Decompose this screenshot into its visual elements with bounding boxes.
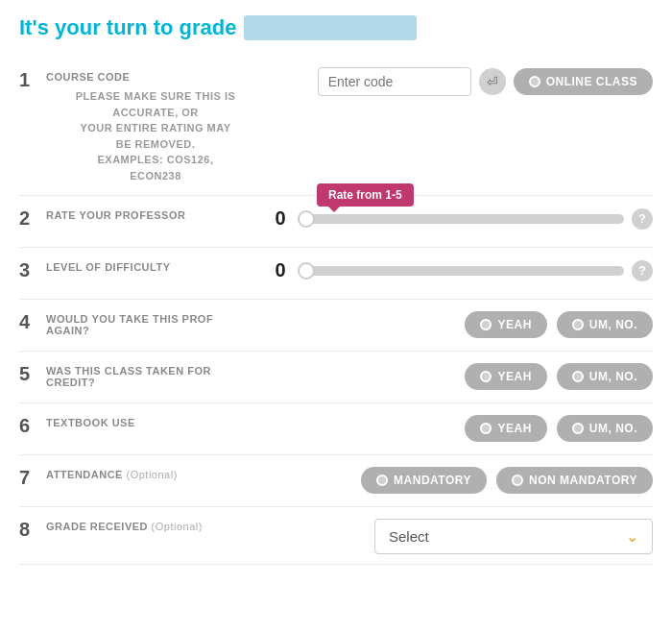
rate-slider-track[interactable]: Rate from 1-5 [298, 214, 624, 224]
section-num-6: 6 [19, 413, 46, 437]
mandatory-radio [376, 475, 388, 486]
section-label-5: WAS THIS CLASS TAKEN FOR CREDIT? [46, 361, 238, 388]
section-label-2: RATE YOUR PROFESSOR [46, 206, 238, 221]
difficulty-slider-area: 0 ? [238, 257, 653, 281]
attendance-optional: (Optional) [127, 469, 178, 480]
section-credit: 5 WAS THIS CLASS TAKEN FOR CREDIT? YEAH … [19, 352, 653, 403]
rate-professor-slider-area: 0 Rate from 1-5 ? [238, 206, 653, 230]
textbook-yeah-radio [480, 423, 492, 434]
grade-select-value: Select [389, 528, 429, 545]
section-num-7: 7 [19, 465, 46, 489]
select-chevron-down-icon: ⌄ [626, 527, 638, 546]
non-mandatory-radio [512, 475, 523, 486]
section-course-code: 1 COURSE CODE Please make sure this is a… [19, 58, 653, 196]
take-again-no-radio [572, 319, 584, 330]
credit-no-button[interactable]: UM, NO. [557, 363, 653, 390]
professor-name-blurred [244, 15, 417, 40]
difficulty-value: 0 [271, 259, 290, 281]
page-title: It's your turn to grade [19, 15, 653, 40]
section-num-2: 2 [19, 206, 46, 230]
difficulty-slider-thumb[interactable] [298, 262, 315, 280]
disclaimer-text: Please make sure this is accurate, or yo… [46, 83, 238, 185]
section-label-8: GRADE RECEIVED (Optional) [46, 517, 238, 532]
grade-select-area: Select ⌄ [238, 517, 653, 554]
section-take-again: 4 WOULD YOU TAKE THIS PROF AGAIN? YEAH U… [19, 300, 653, 352]
rate-value: 0 [271, 207, 290, 230]
section-grade: 8 GRADE RECEIVED (Optional) Select ⌄ [19, 507, 653, 565]
section-num-3: 3 [19, 257, 46, 281]
online-class-radio [529, 76, 540, 87]
enter-icon[interactable]: ⏎ [479, 68, 506, 95]
grade-optional: (Optional) [152, 521, 203, 532]
section-num-8: 8 [19, 517, 46, 541]
non-mandatory-button[interactable]: NON MANDATORY [496, 467, 653, 494]
take-again-choices: YEAH UM, NO. [238, 309, 653, 338]
online-class-button[interactable]: ONLINE CLASS [514, 68, 653, 95]
section-attendance: 7 ATTENDANCE (Optional) MANDATORY NON MA… [19, 455, 653, 507]
course-code-controls: ⏎ ONLINE CLASS [238, 67, 653, 96]
section-label-4: WOULD YOU TAKE THIS PROF AGAIN? [46, 309, 238, 336]
section-rate-professor: 2 RATE YOUR PROFESSOR 0 Rate from 1-5 ? [19, 196, 653, 248]
rate-help-icon[interactable]: ? [632, 208, 653, 230]
credit-choices: YEAH UM, NO. [238, 361, 653, 390]
rate-slider-wrapper: 0 Rate from 1-5 ? [238, 207, 653, 230]
grade-select-dropdown[interactable]: Select ⌄ [374, 519, 653, 554]
section-num-1: 1 [19, 67, 46, 91]
take-again-yeah-radio [480, 319, 492, 330]
credit-yeah-button[interactable]: YEAH [465, 363, 546, 390]
section-textbook: 6 TEXTBOOK USE YEAH UM, NO. [19, 403, 653, 455]
title-text: It's your turn to grade [19, 15, 236, 40]
take-again-yeah-button[interactable]: YEAH [465, 311, 546, 338]
rate-slider-thumb[interactable] [298, 210, 315, 228]
section-label-1: COURSE CODE [46, 71, 130, 83]
take-again-no-button[interactable]: UM, NO. [557, 311, 653, 338]
attendance-choices: MANDATORY NON MANDATORY [238, 465, 653, 494]
section-difficulty: 3 LEVEL OF DIFFICULTY 0 ? [19, 248, 653, 300]
difficulty-slider-wrapper: 0 ? [238, 259, 653, 281]
textbook-yeah-button[interactable]: YEAH [465, 415, 546, 442]
section-label-6: TEXTBOOK USE [46, 413, 238, 428]
difficulty-help-icon[interactable]: ? [632, 260, 653, 281]
difficulty-slider-track[interactable] [298, 266, 624, 276]
course-code-input[interactable] [318, 67, 471, 96]
mandatory-button[interactable]: MANDATORY [361, 467, 487, 494]
section-num-4: 4 [19, 309, 46, 333]
credit-yeah-radio [480, 371, 492, 382]
section-label-7: ATTENDANCE (Optional) [46, 465, 238, 480]
credit-no-radio [572, 371, 584, 382]
textbook-choices: YEAH UM, NO. [238, 413, 653, 442]
textbook-no-radio [572, 423, 584, 434]
rate-tooltip: Rate from 1-5 [317, 183, 414, 207]
section-num-5: 5 [19, 361, 46, 385]
section-label-3: LEVEL OF DIFFICULTY [46, 257, 238, 273]
textbook-no-button[interactable]: UM, NO. [557, 415, 653, 442]
